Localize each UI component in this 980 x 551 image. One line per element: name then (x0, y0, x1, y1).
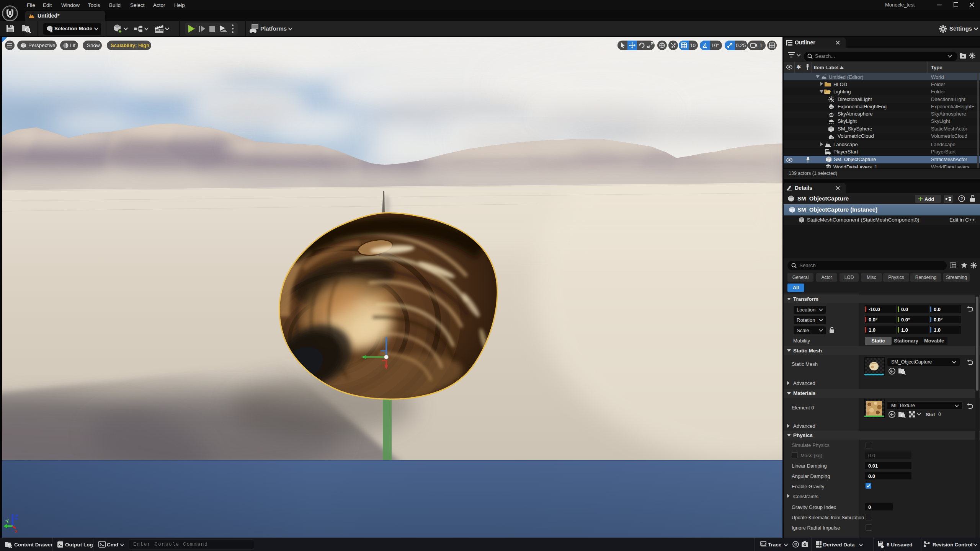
svg-text:Z: Z (15, 514, 18, 521)
svg-text:?: ? (960, 196, 963, 201)
svg-text:x: x (15, 528, 18, 534)
